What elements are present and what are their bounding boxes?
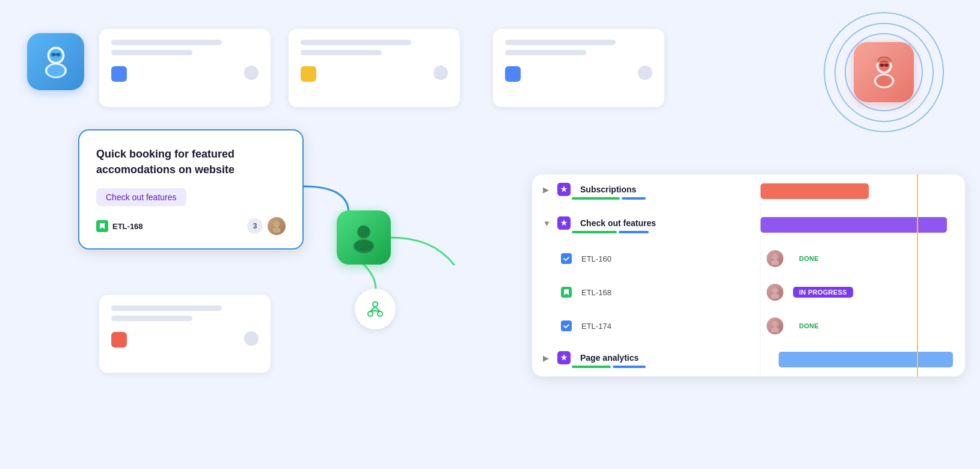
vertical-line — [917, 242, 918, 275]
svg-point-18 — [274, 221, 280, 227]
subscriptions-gantt — [761, 174, 965, 208]
card-line — [111, 305, 222, 311]
sub-avatar-168 — [767, 284, 783, 301]
etl-168-gantt: IN PROGRESS — [761, 275, 965, 309]
card-dot — [505, 66, 521, 82]
progress-green — [572, 366, 611, 368]
booking-title: Quick booking for featured accomodations… — [96, 146, 286, 177]
page-analytics-row: ▶ Page analytics — [532, 343, 965, 376]
subscriptions-row: ▶ Subscriptions — [532, 174, 965, 208]
svg-point-24 — [368, 311, 373, 316]
svg-point-14 — [876, 75, 892, 87]
card-dot — [111, 66, 127, 82]
etl-160-label: ETL-160 — [581, 254, 749, 263]
avatar-red-wrapper — [824, 12, 944, 132]
card-top-right — [493, 29, 664, 107]
card-top-left — [99, 29, 271, 107]
svg-point-31 — [772, 321, 778, 327]
bookmark-icon-green — [561, 287, 572, 298]
git-node — [355, 289, 396, 330]
check-icon-blue — [561, 253, 572, 264]
gantt-bar-analytics — [779, 352, 953, 367]
card-line — [505, 40, 616, 45]
features-gantt — [761, 208, 965, 242]
svg-point-32 — [771, 327, 779, 333]
sub-avatar-160 — [767, 250, 783, 267]
svg-point-28 — [771, 260, 779, 265]
status-inprogress-168: IN PROGRESS — [793, 287, 853, 298]
scene: Quick booking for featured accomodations… — [0, 0, 980, 469]
svg-point-25 — [378, 311, 382, 316]
card-line — [301, 50, 382, 55]
etl-174-row: ETL-174 DONE — [532, 309, 965, 343]
expand-icon[interactable]: ▶ — [543, 185, 554, 194]
etl-badge: ETL-168 — [96, 220, 143, 232]
card-line — [301, 40, 411, 45]
vertical-line — [917, 309, 918, 343]
analytics-label: Page analytics — [580, 353, 749, 363]
check-icon-blue-174 — [561, 320, 572, 331]
etl-160-gantt: DONE — [761, 242, 965, 275]
card-circle — [244, 331, 259, 346]
vertical-line — [917, 275, 918, 309]
subscriptions-icon — [557, 183, 571, 196]
gantt-bar-subscriptions — [761, 183, 869, 199]
collapse-icon[interactable]: ▼ — [543, 219, 554, 228]
avatar-red — [854, 42, 914, 102]
bookmark-icon — [96, 220, 108, 232]
user-avatar-small — [268, 217, 286, 235]
svg-point-23 — [354, 239, 373, 251]
features-icon — [557, 216, 571, 230]
sub-avatar-174 — [767, 317, 783, 334]
analytics-icon — [557, 351, 571, 364]
booking-meta: 3 — [247, 217, 286, 235]
vertical-line — [917, 343, 918, 376]
features-label: Check out features — [580, 218, 749, 228]
subscriptions-label: Subscriptions — [580, 185, 749, 194]
svg-point-22 — [358, 225, 370, 238]
card-bottom-left — [99, 295, 271, 373]
avatar-blue — [27, 33, 84, 90]
card-line — [111, 50, 192, 55]
etl-160-row: ETL-160 DONE — [532, 242, 965, 275]
svg-point-27 — [772, 254, 778, 260]
green-person-node — [337, 210, 391, 265]
booking-card: Quick booking for featured accomodations… — [78, 129, 304, 250]
etl-168-row: ETL-168 IN PROGRESS — [532, 275, 965, 309]
analytics-gantt — [761, 343, 965, 376]
svg-point-26 — [373, 302, 378, 307]
svg-point-5 — [47, 64, 64, 76]
vertical-line — [917, 174, 918, 208]
etl-174-label: ETL-174 — [581, 322, 749, 331]
etl-174-gantt: DONE — [761, 309, 965, 343]
svg-point-19 — [272, 227, 281, 233]
feature-badge[interactable]: Check out features — [96, 188, 186, 206]
card-line — [505, 50, 586, 55]
progress-blue — [619, 231, 649, 233]
check-out-features-row: ▼ Check out features — [532, 208, 965, 242]
card-circle — [244, 66, 259, 80]
vertical-line — [917, 208, 918, 242]
right-panel: ▶ Subscriptions — [532, 174, 965, 376]
card-circle — [433, 66, 448, 80]
progress-green — [572, 231, 617, 233]
card-dot — [301, 66, 316, 82]
card-line — [111, 316, 192, 321]
status-done-174: DONE — [793, 320, 825, 331]
progress-green — [572, 197, 620, 200]
progress-blue — [622, 197, 646, 200]
progress-blue — [613, 366, 646, 368]
comment-count: 3 — [247, 218, 263, 234]
card-line — [111, 40, 222, 45]
card-dot — [111, 332, 127, 348]
card-top-center — [289, 29, 460, 107]
gantt-bar-features — [761, 217, 947, 233]
svg-point-29 — [772, 287, 778, 293]
status-done-160: DONE — [793, 253, 825, 264]
expand-analytics-icon[interactable]: ▶ — [543, 354, 554, 363]
etl-168-label: ETL-168 — [581, 288, 749, 297]
svg-point-30 — [771, 293, 779, 299]
card-circle — [638, 66, 652, 80]
